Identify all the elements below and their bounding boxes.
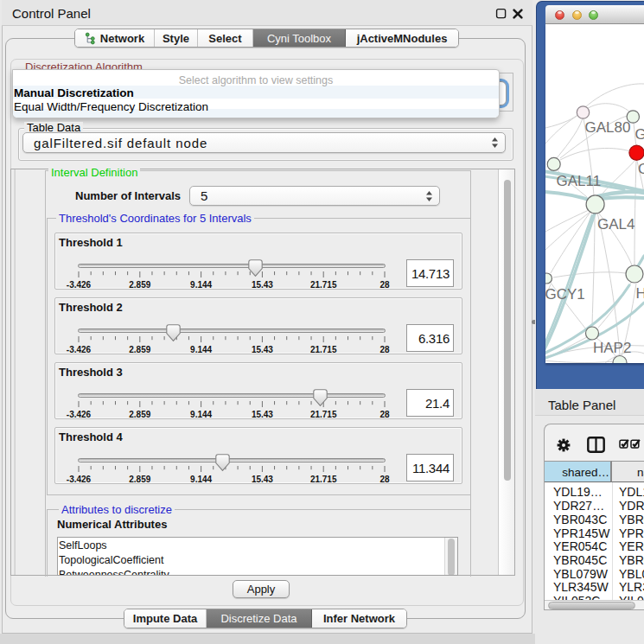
svg-text:GAL4: GAL4: [597, 216, 634, 233]
svg-text:GAL80: GAL80: [585, 119, 631, 136]
svg-text:HAP2: HAP2: [593, 340, 631, 356]
svg-text:GCY1: GCY1: [545, 286, 585, 303]
svg-text:G…: G…: [635, 126, 644, 143]
svg-text:C: C: [638, 161, 644, 177]
svg-text:GAL11: GAL11: [557, 173, 602, 189]
svg-text:H: H: [636, 285, 644, 302]
